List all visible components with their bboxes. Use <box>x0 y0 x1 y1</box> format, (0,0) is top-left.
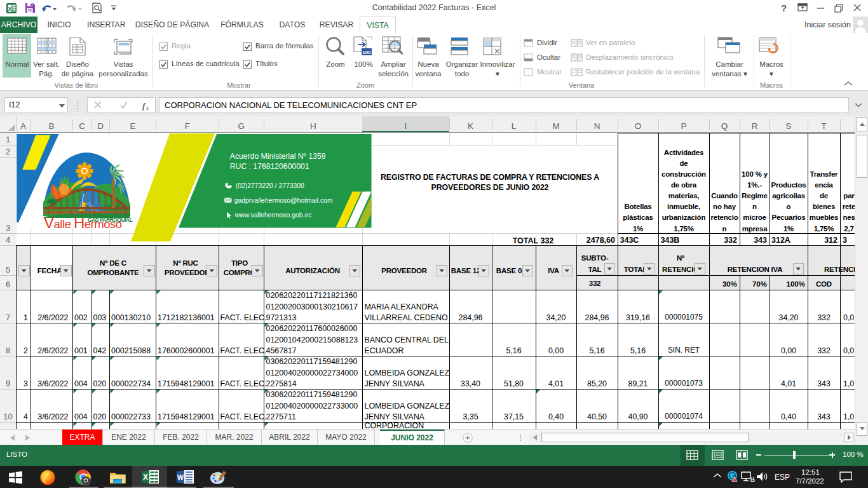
svg-text:AUTORIZACIÓN: AUTORIZACIÓN <box>285 267 340 274</box>
svg-text:5: 5 <box>6 265 10 274</box>
svg-text:www.vallehermoso.gob.ec: www.vallehermoso.gob.ec <box>234 212 312 219</box>
svg-text:Productos: Productos <box>771 181 806 189</box>
svg-text:002: 002 <box>74 313 88 322</box>
svg-text:VILLARREAL CEDENO: VILLARREAL CEDENO <box>365 313 448 322</box>
svg-text:1,75%: 1,75% <box>674 225 694 233</box>
svg-text:2275711: 2275711 <box>266 412 296 421</box>
svg-text:E: E <box>130 121 135 131</box>
svg-text:7: 7 <box>6 313 10 322</box>
svg-text:004: 004 <box>74 412 88 421</box>
svg-text:RETENCIÓN: RETENCIÓN <box>824 266 855 273</box>
svg-text:0,40: 0,40 <box>548 412 564 421</box>
svg-text:x: x <box>146 105 149 111</box>
svg-text:Nº RUC: Nº RUC <box>173 259 198 267</box>
svg-text:O: O <box>635 121 642 131</box>
svg-text:TOTAL 332: TOTAL 332 <box>513 236 554 245</box>
svg-text:TIPO: TIPO <box>231 259 248 267</box>
svg-text:nes: nes <box>843 214 855 221</box>
svg-text:RETENCION IVA: RETENCION IVA <box>728 266 783 273</box>
svg-text:0,00: 0,00 <box>548 346 564 355</box>
svg-text:312: 312 <box>824 236 837 245</box>
svg-text:1%.-: 1%.- <box>747 181 762 189</box>
svg-text:PROVEEDORES DE JUNIO 2022: PROVEEDORES DE JUNIO 2022 <box>431 183 549 192</box>
svg-text:A: A <box>20 121 26 131</box>
svg-text:343: 343 <box>817 379 831 388</box>
svg-text:Valle Hermoso: Valle Hermoso <box>44 214 122 231</box>
svg-text:34,20: 34,20 <box>546 313 566 322</box>
svg-text:T: T <box>821 121 826 131</box>
svg-text:(02)2773220 / 2773300: (02)2773220 / 2773300 <box>236 182 304 189</box>
svg-text:B: B <box>48 121 54 131</box>
svg-text:100: 100 <box>362 50 371 55</box>
svg-text:FACT. ELEC.: FACT. ELEC. <box>220 412 267 421</box>
svg-text:1: 1 <box>24 313 28 322</box>
svg-text:030620220117159481290: 030620220117159481290 <box>266 390 358 399</box>
svg-text:OMPROBANTE: OMPROBANTE <box>87 269 139 276</box>
svg-text:Q: Q <box>721 121 728 131</box>
svg-text:n: n <box>722 225 727 233</box>
svg-text:9: 9 <box>6 379 10 388</box>
svg-text:1: 1 <box>6 135 10 144</box>
svg-text:1%: 1% <box>783 225 794 233</box>
svg-text:de obra: de obra <box>671 181 697 189</box>
svg-text:000001075: 000001075 <box>665 313 703 322</box>
svg-text:FACT. ELEC.: FACT. ELEC. <box>220 313 267 322</box>
svg-text:1%: 1% <box>633 225 643 233</box>
svg-text:9721313: 9721313 <box>266 313 297 322</box>
svg-text:000130210: 000130210 <box>111 313 151 322</box>
svg-text:LOMBEIDA GONZALEZ: LOMBEIDA GONZALEZ <box>365 402 450 410</box>
svg-text:H: H <box>310 121 316 131</box>
svg-text:0,00: 0,00 <box>781 346 796 355</box>
svg-text:70%: 70% <box>752 280 767 288</box>
svg-text:012004020000022733000: 012004020000022733000 <box>266 402 358 410</box>
svg-text:020: 020 <box>93 379 107 388</box>
svg-text:30%: 30% <box>722 280 737 288</box>
svg-text:34,20: 34,20 <box>778 313 798 322</box>
svg-text:4,01: 4,01 <box>781 379 796 388</box>
svg-text:Pecuarios: Pecuarios <box>771 214 805 221</box>
svg-text:1760002600001: 1760002600001 <box>158 346 215 355</box>
svg-text:Cuando: Cuando <box>711 192 738 200</box>
svg-text:o: o <box>787 203 791 210</box>
svg-text:mpresa: mpresa <box>742 225 768 233</box>
svg-text:FECHA: FECHA <box>37 267 62 274</box>
svg-text:012001042000215088123: 012001042000215088123 <box>266 336 358 344</box>
svg-text:PROVEEDOR: PROVEEDOR <box>381 267 428 274</box>
svg-text:3: 3 <box>24 379 28 388</box>
svg-text:K: K <box>468 121 473 131</box>
svg-text:3,35: 3,35 <box>463 412 478 421</box>
svg-text:IVA: IVA <box>548 267 559 274</box>
svg-text:bienes: bienes <box>813 203 835 210</box>
svg-text:1,0: 1,0 <box>843 412 854 421</box>
svg-text:5,16: 5,16 <box>506 346 521 355</box>
svg-text:muebles: muebles <box>810 214 838 221</box>
svg-text:284,96: 284,96 <box>459 313 483 322</box>
svg-text:100 % y: 100 % y <box>742 170 768 178</box>
svg-text:012002003000130210617: 012002003000130210617 <box>266 302 358 311</box>
svg-text:REGISTRO DE FACTURAS DE COMPRA: REGISTRO DE FACTURAS DE COMPRA Y RETENCI… <box>381 173 599 182</box>
svg-text:4,01: 4,01 <box>548 379 564 388</box>
svg-text:N: N <box>594 121 600 131</box>
svg-text:?: ? <box>781 3 787 13</box>
svg-text:284,96: 284,96 <box>585 313 609 322</box>
svg-text:33,40: 33,40 <box>461 379 480 388</box>
svg-text:materias,: materias, <box>668 192 700 200</box>
svg-text:332: 332 <box>724 236 737 245</box>
svg-text:4: 4 <box>6 235 10 245</box>
svg-text:004: 004 <box>74 379 88 388</box>
svg-text:003: 003 <box>93 313 107 322</box>
svg-text:FACT. ELEC.: FACT. ELEC. <box>220 379 267 388</box>
svg-text:2/6/2022: 2/6/2022 <box>37 346 68 355</box>
svg-text:1,75%: 1,75% <box>814 225 834 233</box>
svg-text:2,7: 2,7 <box>844 225 853 233</box>
svg-text:319,16: 319,16 <box>626 313 650 322</box>
svg-text:COD: COD <box>816 280 832 288</box>
svg-text:MARIA ALEXANDRA: MARIA ALEXANDRA <box>365 302 439 311</box>
svg-text:2: 2 <box>6 147 10 156</box>
svg-text:3/6/2022: 3/6/2022 <box>37 412 68 421</box>
svg-text:par: par <box>843 192 855 200</box>
svg-text:5,16: 5,16 <box>630 346 646 355</box>
svg-text:020620220117121821360: 020620220117121821360 <box>266 291 358 300</box>
svg-text:gadprvallehermoso@hotmail.com: gadprvallehermoso@hotmail.com <box>234 197 333 204</box>
svg-text:000215088: 000215088 <box>111 346 151 355</box>
